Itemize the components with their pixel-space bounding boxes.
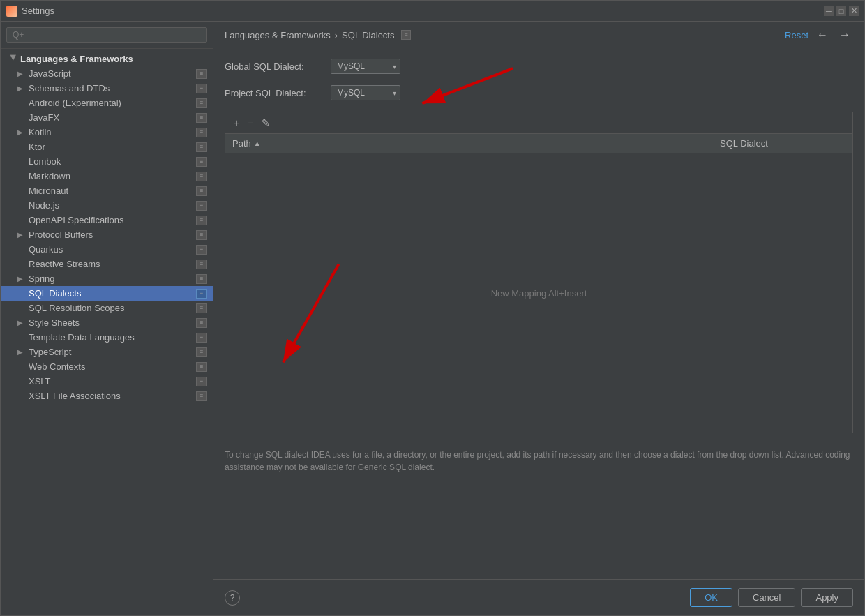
- sidebar-item-xslt[interactable]: ▶ XSLT ≡: [1, 374, 213, 389]
- sidebar-item-template-data[interactable]: ▶ Template Data Languages ≡: [1, 330, 213, 345]
- sidebar-item-label: Protocol Buffers: [29, 230, 192, 240]
- sidebar-item-label: SQL Dialects: [29, 288, 192, 299]
- page-icon: ≡: [196, 333, 207, 343]
- breadcrumb-parent: Languages & Frameworks: [225, 30, 331, 40]
- section-label: Languages & Frameworks: [20, 54, 207, 64]
- remove-mapping-button[interactable]: −: [245, 117, 256, 129]
- help-button[interactable]: ?: [225, 590, 240, 606]
- page-icon: ≡: [196, 216, 207, 225]
- breadcrumb-current: SQL Dialects: [342, 30, 394, 40]
- bottom-actions: OK Cancel Apply: [690, 588, 853, 607]
- apply-button[interactable]: Apply: [801, 588, 853, 607]
- chevron-icon: ▶: [17, 128, 26, 136]
- sidebar-item-android[interactable]: ▶ Android (Experimental) ≡: [1, 96, 213, 110]
- chevron-icon: ▶: [10, 55, 17, 63]
- annotation-container: Global SQL Dialect: MySQL Project SQL Di…: [213, 47, 864, 579]
- sidebar-item-lombok[interactable]: ▶ Lombok ≡: [1, 154, 213, 169]
- sidebar-item-label: SQL Resolution Scopes: [29, 303, 192, 313]
- sidebar-item-ktor[interactable]: ▶ Ktor ≡: [1, 140, 213, 154]
- sidebar-item-markdown[interactable]: ▶ Markdown ≡: [1, 169, 213, 183]
- app-icon: [6, 6, 17, 17]
- add-mapping-button[interactable]: +: [231, 117, 242, 129]
- ok-button[interactable]: OK: [690, 588, 732, 607]
- page-icon: ≡: [196, 201, 207, 211]
- cancel-button[interactable]: Cancel: [738, 588, 795, 607]
- sidebar-item-javafx[interactable]: ▶ JavaFX ≡: [1, 110, 213, 125]
- sidebar-item-openapi[interactable]: ▶ OpenAPI Specifications ≡: [1, 213, 213, 227]
- page-icon: ≡: [196, 98, 207, 108]
- page-icon: ≡: [196, 113, 207, 123]
- search-box: [1, 22, 213, 49]
- breadcrumb: Languages & Frameworks › SQL Dialects ≡: [225, 30, 411, 40]
- sidebar-item-label: JavaFX: [29, 112, 192, 123]
- sort-icon: ▲: [254, 140, 261, 147]
- sidebar-item-label: Ktor: [29, 142, 192, 152]
- sidebar-item-label: Lombok: [29, 156, 192, 167]
- sidebar-item-reactive-streams[interactable]: ▶ Reactive Streams ≡: [1, 257, 213, 271]
- sidebar-item-label: OpenAPI Specifications: [29, 215, 192, 225]
- page-icon: ≡: [196, 142, 207, 152]
- sidebar-item-style-sheets[interactable]: ▶ Style Sheets ≡: [1, 315, 213, 330]
- mapping-toolbar: + − ✎: [225, 112, 853, 133]
- page-icon: ≡: [196, 172, 207, 181]
- chevron-icon: ▶: [17, 275, 26, 283]
- mapping-table: Path ▲ SQL Dialect New Mapping Alt+Inser…: [225, 133, 853, 433]
- sidebar-item-typescript[interactable]: ▶ TypeScript ≡: [1, 345, 213, 359]
- table-body: New Mapping Alt+Insert: [225, 153, 852, 433]
- sidebar-item-label: Micronaut: [29, 186, 192, 196]
- sidebar-item-label: Kotlin: [29, 127, 192, 137]
- sidebar-item-sql-resolution[interactable]: ▶ SQL Resolution Scopes ≡: [1, 301, 213, 315]
- sidebar-item-xslt-file[interactable]: ▶ XSLT File Associations ≡: [1, 389, 213, 403]
- breadcrumb-page-icon: ≡: [401, 30, 411, 40]
- search-input[interactable]: [6, 27, 207, 43]
- sidebar-tree: ▶ Languages & Frameworks ▶ JavaScript ≡ …: [1, 49, 213, 615]
- sidebar-item-label: Web Contexts: [29, 361, 192, 372]
- sidebar-item-label: XSLT File Associations: [29, 391, 192, 401]
- page-icon: ≡: [196, 157, 207, 167]
- sidebar-item-sql-dialects[interactable]: ▶ SQL Dialects ≡: [1, 286, 213, 301]
- back-button[interactable]: ←: [814, 29, 831, 41]
- content-area: ▶ Languages & Frameworks ▶ JavaScript ≡ …: [1, 22, 864, 615]
- header-actions: Reset ← →: [785, 29, 853, 41]
- project-dialect-select[interactable]: MySQL: [331, 85, 400, 100]
- sidebar-item-label: Reactive Streams: [29, 259, 192, 269]
- global-dialect-label: Global SQL Dialect:: [225, 61, 322, 72]
- sidebar-section-languages[interactable]: ▶ Languages & Frameworks: [1, 52, 213, 66]
- sidebar: ▶ Languages & Frameworks ▶ JavaScript ≡ …: [1, 22, 213, 615]
- chevron-icon: ▶: [17, 348, 26, 356]
- global-dialect-select[interactable]: MySQL: [331, 59, 400, 74]
- sidebar-item-kotlin[interactable]: ▶ Kotlin ≡: [1, 125, 213, 140]
- sidebar-item-spring[interactable]: ▶ Spring ≡: [1, 271, 213, 286]
- maximize-button[interactable]: □: [836, 6, 846, 16]
- sidebar-item-label: Spring: [29, 273, 192, 284]
- page-icon: ≡: [196, 69, 207, 79]
- sidebar-item-schemas-dtds[interactable]: ▶ Schemas and DTDs ≡: [1, 81, 213, 96]
- sidebar-item-web-contexts[interactable]: ▶ Web Contexts ≡: [1, 359, 213, 374]
- close-button[interactable]: ✕: [849, 6, 859, 16]
- sidebar-item-protocol-buffers[interactable]: ▶ Protocol Buffers ≡: [1, 227, 213, 242]
- forward-button[interactable]: →: [836, 29, 853, 41]
- sidebar-item-nodejs[interactable]: ▶ Node.js ≡: [1, 198, 213, 213]
- sidebar-item-quarkus[interactable]: ▶ Quarkus ≡: [1, 242, 213, 257]
- sidebar-item-javascript[interactable]: ▶ JavaScript ≡: [1, 66, 213, 81]
- edit-mapping-button[interactable]: ✎: [259, 117, 273, 129]
- page-icon: ≡: [196, 230, 207, 240]
- window-controls: ─ □ ✕: [824, 6, 859, 16]
- column-dialect: SQL Dialect: [713, 134, 852, 153]
- col-dialect-label: SQL Dialect: [720, 138, 768, 149]
- info-text: To change SQL dialect IDEA uses for a fi…: [225, 442, 853, 474]
- empty-hint: New Mapping Alt+Insert: [491, 288, 587, 299]
- breadcrumb-separator: ›: [335, 30, 338, 40]
- global-dialect-row: Global SQL Dialect: MySQL: [225, 59, 853, 74]
- sidebar-item-label: Template Data Languages: [29, 332, 192, 343]
- project-dialect-select-wrapper: MySQL: [331, 85, 400, 100]
- reset-link[interactable]: Reset: [785, 30, 808, 40]
- minimize-button[interactable]: ─: [824, 6, 834, 16]
- page-icon: ≡: [196, 260, 207, 269]
- page-icon: ≡: [196, 186, 207, 196]
- sidebar-item-label: Schemas and DTDs: [29, 83, 192, 93]
- sidebar-item-micronaut[interactable]: ▶ Micronaut ≡: [1, 183, 213, 198]
- page-icon: ≡: [196, 362, 207, 372]
- main-panel: Languages & Frameworks › SQL Dialects ≡ …: [213, 22, 864, 615]
- page-icon: ≡: [196, 377, 207, 386]
